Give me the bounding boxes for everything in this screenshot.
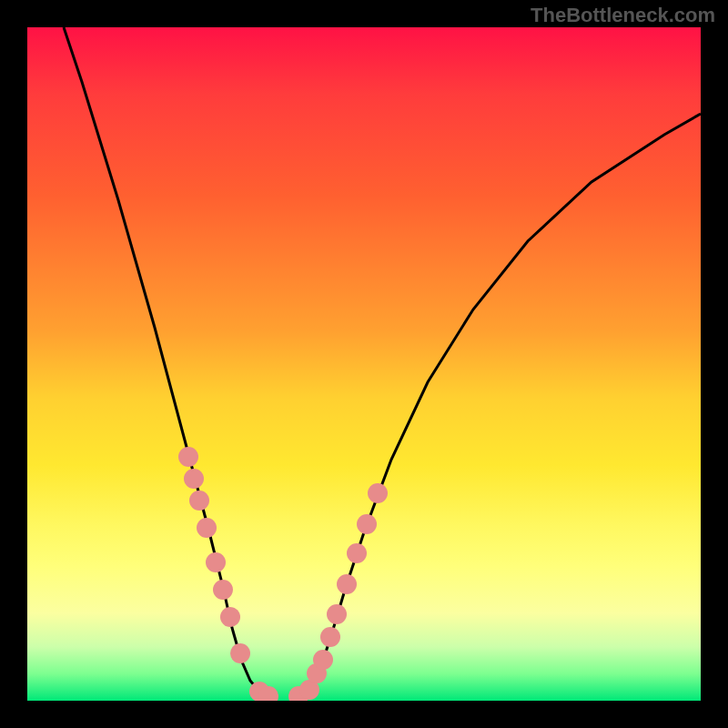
dots-right	[288, 483, 388, 701]
data-dot	[347, 543, 367, 563]
data-dot	[184, 469, 204, 489]
data-dot	[220, 607, 240, 627]
watermark: TheBottleneck.com	[531, 4, 715, 27]
chart-svg	[27, 27, 701, 701]
data-dot	[337, 574, 357, 594]
data-dot	[368, 483, 388, 503]
data-dot	[206, 552, 226, 572]
data-dot	[320, 627, 340, 647]
data-dot	[313, 650, 333, 670]
data-dot	[230, 643, 250, 663]
data-dot	[357, 514, 377, 534]
data-dot	[327, 604, 347, 624]
data-dot	[213, 580, 233, 600]
curve-left	[64, 27, 268, 699]
data-dot	[189, 490, 209, 511]
data-dot	[178, 447, 198, 467]
plot-area	[27, 27, 701, 701]
curve-right	[305, 114, 701, 699]
dots-left	[178, 447, 278, 701]
data-dot	[197, 518, 217, 538]
